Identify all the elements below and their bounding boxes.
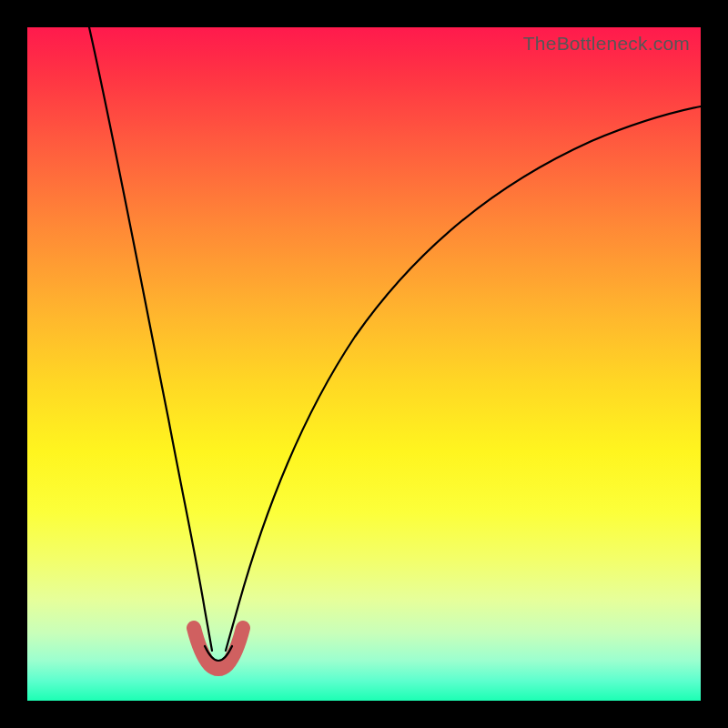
curve-left-branch	[89, 27, 212, 651]
bottleneck-chart	[27, 27, 701, 701]
curve-optimal-highlight	[194, 628, 243, 669]
curve-right-branch	[226, 106, 701, 651]
chart-plot-area: TheBottleneck.com	[27, 27, 701, 701]
